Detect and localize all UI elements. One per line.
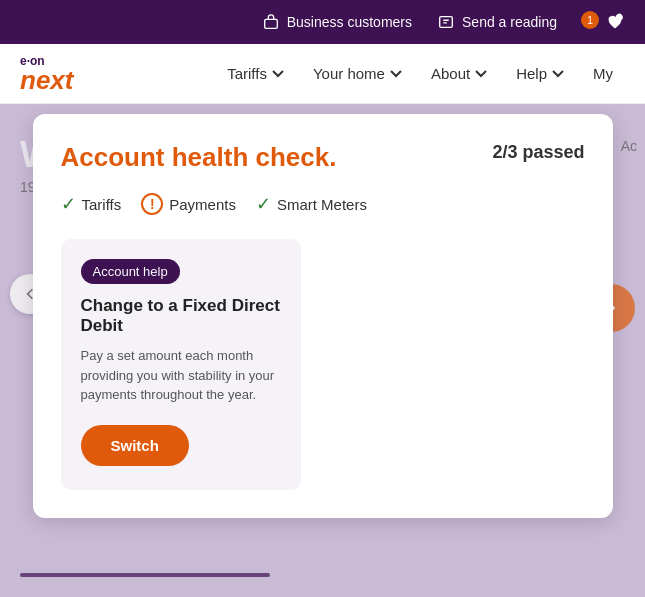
modal-card: Account help Change to a Fixed Direct De… <box>61 239 301 490</box>
heart-icon <box>605 12 625 32</box>
card-badge: Account help <box>81 259 180 284</box>
modal-overlay: Account health check. 2/3 passed ✓ Tarif… <box>0 104 645 597</box>
check-pass-smart-icon: ✓ <box>256 193 271 215</box>
top-bar: Business customers Send a reading 1 <box>0 0 645 44</box>
briefcase-icon <box>261 12 281 32</box>
notification-count: 1 <box>581 11 599 29</box>
chevron-down-help-icon <box>551 67 565 81</box>
chevron-down-home-icon <box>389 67 403 81</box>
check-payments: ! Payments <box>141 193 236 215</box>
nav-your-home[interactable]: Your home <box>301 57 415 90</box>
modal-title: Account health check. <box>61 142 337 173</box>
nav-tariffs[interactable]: Tariffs <box>215 57 297 90</box>
check-smart-meters: ✓ Smart Meters <box>256 193 367 215</box>
modal-header: Account health check. 2/3 passed <box>61 142 585 173</box>
nav-my[interactable]: My <box>581 57 625 90</box>
svg-rect-1 <box>440 17 453 28</box>
nav-items: Tariffs Your home About Help My <box>215 57 625 90</box>
business-customers-link[interactable]: Business customers <box>261 12 412 32</box>
chevron-down-tariffs-icon <box>271 67 285 81</box>
check-pass-tariffs-icon: ✓ <box>61 193 76 215</box>
check-tariffs: ✓ Tariffs <box>61 193 122 215</box>
card-title: Change to a Fixed Direct Debit <box>81 296 281 336</box>
logo-next: next <box>20 67 73 93</box>
switch-button[interactable]: Switch <box>81 425 189 466</box>
modal-checks: ✓ Tariffs ! Payments ✓ Smart Meters <box>61 193 585 215</box>
nav-bar: e·on next Tariffs Your home About Help M… <box>0 44 645 104</box>
main-background: Wo 192 G Ac t paym payment ment is s aft… <box>0 104 645 597</box>
check-warn-payments-icon: ! <box>141 193 163 215</box>
notifications-button[interactable]: 1 <box>581 12 625 32</box>
card-description: Pay a set amount each month providing yo… <box>81 346 281 405</box>
nav-help[interactable]: Help <box>504 57 577 90</box>
modal-passed: 2/3 passed <box>492 142 584 163</box>
svg-rect-0 <box>264 19 277 28</box>
logo[interactable]: e·on next <box>20 55 73 93</box>
account-health-modal: Account health check. 2/3 passed ✓ Tarif… <box>33 114 613 518</box>
meter-icon <box>436 12 456 32</box>
chevron-down-about-icon <box>474 67 488 81</box>
nav-about[interactable]: About <box>419 57 500 90</box>
send-reading-link[interactable]: Send a reading <box>436 12 557 32</box>
